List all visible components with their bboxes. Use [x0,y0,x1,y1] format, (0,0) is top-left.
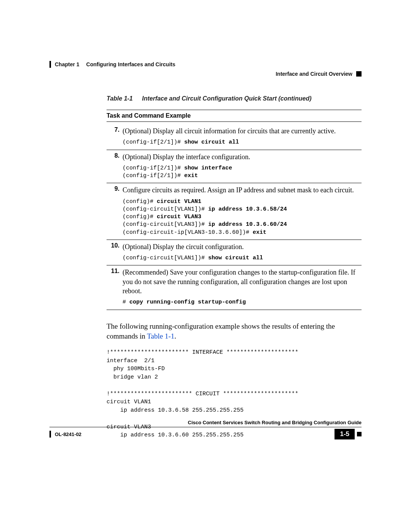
table-caption: Table 1-1 Interface and Circuit Configur… [107,95,362,102]
table-column-header: Task and Command Example [107,110,362,122]
table-row: 9.Configure circuits as required. Assign… [107,183,362,240]
command-line: (config-if[2/1])# exit [123,172,362,180]
command-line: (config-circuit-ip[VLAN3-10.3.6.60])# ex… [123,229,362,236]
step-number: 11. [107,268,123,306]
table-ref-link[interactable]: Table 1-1 [147,332,174,340]
command-bold: exit [184,173,198,179]
content: Table 1-1 Interface and Circuit Configur… [107,95,362,439]
page: Chapter 1 Configuring Interfaces and Cir… [0,0,411,485]
step-command: (config-circuit[VLAN1])# show circuit al… [123,254,362,262]
command-bold: ip address 10.3.6.60/24 [208,221,287,228]
chapter-title: Configuring Interfaces and Circuits [86,61,175,67]
page-number: 1-5 [335,429,355,439]
step-command: (config-if[2/1])# show interface(config-… [123,165,362,180]
command-prompt: # [123,299,129,305]
command-prompt: (config-if[2/1])# [123,139,184,145]
step-text: (Optional) Display the interface configu… [123,152,362,161]
command-line: (config-circuit[VLAN1])# ip address 10.3… [123,206,362,213]
footer-rule [49,427,362,427]
chapter-label: Chapter 1 [55,61,80,67]
command-prompt: (config-if[2/1])# [123,165,184,171]
command-bold: show circuit all [184,139,239,145]
doc-id: OL-8241-02 [49,431,81,438]
step-text: (Optional) Display the circuit configura… [123,242,362,251]
table-title: Interface and Circuit Configuration Quic… [142,95,311,102]
step-desc: (Recommended) Save your configuration ch… [123,268,362,306]
command-prompt: (config)# [123,198,157,205]
command-prompt: (config-circuit[VLAN1])# [123,206,208,212]
table-row: 7.(Optional) Display all circuit informa… [107,124,362,150]
command-bold: exit [253,229,266,236]
footer-bar-icon [49,431,51,438]
command-prompt: (config-circuit-ip[VLAN3-10.3.6.60])# [123,229,253,236]
command-bold: copy running-config startup-config [129,299,246,305]
step-desc: (Optional) Display all circuit informati… [123,126,362,147]
step-number: 8. [107,152,123,180]
command-line: # copy running-config startup-config [123,299,362,306]
step-text: (Recommended) Save your configuration ch… [123,268,362,296]
table-row: 11.(Recommended) Save your configuration… [107,265,362,310]
step-desc: Configure circuits as required. Assign a… [123,185,362,236]
step-command: # copy running-config startup-config [123,299,362,306]
section-title: Interface and Circuit Overview [276,71,352,77]
step-number: 7. [107,126,123,147]
chapter-line: Chapter 1 Configuring Interfaces and Cir… [49,61,362,68]
command-bold: show interface [184,165,232,171]
command-line: (config-if[2/1])# show interface [123,165,362,172]
page-header: Chapter 1 Configuring Interfaces and Cir… [49,61,362,77]
section-square-icon [356,71,362,77]
command-line: (config-circuit[VLAN3])# ip address 10.3… [123,221,362,228]
table-row: 10.(Optional) Display the circuit config… [107,240,362,266]
command-line: (config-circuit[VLAN1])# show circuit al… [123,254,362,262]
after-text-1: The following running-configuration exam… [107,322,335,340]
page-number-badge: 1-5 [335,429,362,439]
page-footer: Cisco Content Services Switch Routing an… [49,420,362,439]
command-line: (config-if[2/1])# show circuit all [123,139,362,146]
command-line: (config)# circuit VLAN3 [123,213,362,221]
command-bold: circuit VLAN1 [157,198,201,205]
doc-id-text: OL-8241-02 [55,431,81,437]
after-paragraph: The following running-configuration exam… [107,321,362,342]
step-command: (config)# circuit VLAN1(config-circuit[V… [123,198,362,236]
command-prompt: (config-circuit[VLAN3])# [123,221,208,228]
section-line: Interface and Circuit Overview [49,71,362,77]
step-text: Configure circuits as required. Assign a… [123,185,362,195]
table-body: 7.(Optional) Display all circuit informa… [107,124,362,310]
command-line: (config)# circuit VLAN1 [123,198,362,206]
after-text-2: . [174,332,176,340]
step-desc: (Optional) Display the interface configu… [123,152,362,180]
header-bar-icon [49,61,51,68]
command-bold: ip address 10.3.6.58/24 [208,206,287,212]
step-number: 9. [107,185,123,236]
table-label: Table 1-1 [107,95,133,102]
command-prompt: (config-circuit[VLAN1])# [123,255,208,261]
table-row: 8.(Optional) Display the interface confi… [107,150,362,184]
step-number: 10. [107,242,123,262]
step-desc: (Optional) Display the circuit configura… [123,242,362,262]
step-command: (config-if[2/1])# show circuit all [123,139,362,146]
command-bold: circuit VLAN3 [157,214,201,220]
step-text: (Optional) Display all circuit informati… [123,126,362,136]
command-prompt: (config)# [123,214,157,220]
guide-title: Cisco Content Services Switch Routing an… [49,420,362,427]
page-square-icon [357,432,362,436]
command-prompt: (config-if[2/1])# [123,173,184,179]
command-bold: show circuit all [208,255,263,261]
